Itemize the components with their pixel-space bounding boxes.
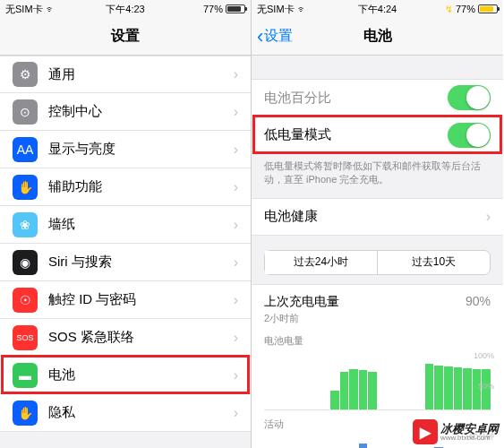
row-icon: ⊙	[13, 99, 38, 125]
settings-row[interactable]: ✋辅助功能›	[0, 168, 251, 206]
watermark: ▶ 冰樱安卓网 www.btxtxt.com	[413, 419, 499, 444]
chevron-right-icon: ›	[234, 367, 238, 383]
nav-bar: 设置	[0, 18, 251, 56]
row-label: 墙纸	[48, 216, 234, 233]
row-label: SOS 紧急联络	[48, 329, 234, 346]
settings-row[interactable]: ▬电池›	[0, 357, 251, 394]
row-icon: ❀	[13, 212, 38, 237]
row-icon: ▬	[13, 363, 38, 388]
chevron-right-icon: ›	[234, 254, 238, 271]
status-bar: 无SIM卡 ᯤ 下午4:23 77%	[0, 0, 251, 18]
settings-row[interactable]: SOSSOS 紧急联络›	[0, 319, 251, 357]
status-time: 下午4:24	[358, 3, 397, 16]
settings-row[interactable]: ⊙控制中心›	[0, 93, 251, 131]
row-label: 控制中心	[48, 103, 234, 120]
chevron-right-icon: ›	[234, 405, 238, 421]
status-bar: 无SIM卡 ᯤ 下午4:24 ↯ 77%	[252, 0, 503, 18]
settings-row[interactable]: ◉Siri 与搜索›	[0, 244, 251, 281]
chevron-right-icon: ›	[234, 66, 238, 82]
row-icon: ◉	[13, 250, 38, 275]
low-power-description: 低电量模式将暂时降低如下载和邮件获取等后台活动，直至 iPhone 完全充电。	[252, 154, 503, 198]
row-label: 显示与亮度	[48, 141, 234, 158]
battery-health-row[interactable]: 电池健康 ›	[252, 198, 503, 236]
row-icon: ✋	[13, 175, 38, 200]
settings-row[interactable]: AA显示与亮度›	[0, 131, 251, 168]
seg-10d[interactable]: 过去10天	[378, 251, 490, 274]
last-charge-sub: 2小时前	[264, 312, 491, 325]
low-power-toggle[interactable]	[448, 123, 491, 148]
watermark-logo-icon: ▶	[413, 419, 438, 444]
row-label: 电池	[48, 366, 234, 383]
row-label: 触控 ID 与密码	[48, 291, 234, 308]
low-power-mode-row[interactable]: 低电量模式	[252, 116, 503, 154]
row-icon: SOS	[13, 325, 38, 350]
time-range-segment[interactable]: 过去24小时 过去10天	[264, 250, 491, 275]
chevron-right-icon: ›	[234, 104, 238, 120]
wifi-icon: ᯤ	[297, 4, 307, 14]
low-power-icon: ↯	[445, 4, 453, 15]
battery-pct-toggle[interactable]	[448, 85, 491, 110]
page-title: 电池	[363, 27, 392, 46]
battery-icon	[226, 4, 245, 13]
row-label: Siri 与搜索	[48, 254, 234, 271]
wifi-icon: ᯤ	[46, 4, 56, 14]
status-time: 下午4:23	[106, 3, 144, 16]
settings-list[interactable]: ⚙通用›⊙控制中心›AA显示与亮度›✋辅助功能›❀墙纸›◉Siri 与搜索›☉触…	[0, 56, 251, 448]
row-icon: ☉	[13, 288, 38, 313]
last-charge-title: 上次充电电量	[264, 294, 491, 310]
chevron-right-icon: ›	[234, 292, 238, 308]
seg-24h[interactable]: 过去24小时	[265, 251, 378, 274]
row-icon: AA	[13, 137, 38, 162]
settings-row[interactable]: ☉触控 ID 与密码›	[0, 281, 251, 319]
chevron-right-icon: ›	[234, 330, 238, 346]
row-icon: ⚙	[13, 62, 38, 87]
settings-row[interactable]: ✋隐私›	[0, 394, 251, 432]
back-button[interactable]: ‹ 设置	[257, 27, 293, 47]
chevron-right-icon: ›	[234, 142, 238, 158]
battery-screen: 无SIM卡 ᯤ 下午4:24 ↯ 77% ‹ 设置 电池 电池百分比 低电量模式…	[252, 0, 503, 448]
chevron-right-icon: ›	[234, 179, 238, 195]
row-label: 通用	[48, 66, 234, 83]
settings-row[interactable]: ❀墙纸›	[0, 206, 251, 244]
battery-percentage-row[interactable]: 电池百分比	[252, 79, 503, 116]
last-charge-value: 90%	[466, 294, 491, 308]
row-label: 隐私	[48, 404, 234, 421]
chevron-right-icon: ›	[234, 217, 238, 233]
page-title: 设置	[111, 27, 140, 46]
nav-bar: ‹ 设置 电池	[252, 18, 503, 56]
row-label: 辅助功能	[48, 178, 234, 195]
level-bars: 100% 50%	[264, 355, 491, 410]
settings-row[interactable]: ⚙通用›	[0, 56, 251, 93]
row-icon: ✋	[13, 401, 38, 426]
chevron-left-icon: ‹	[257, 27, 263, 47]
chevron-right-icon: ›	[486, 209, 491, 225]
battery-icon	[478, 4, 498, 13]
settings-screen: 无SIM卡 ᯤ 下午4:23 77% 设置 ⚙通用›⊙控制中心›AA显示与亮度›…	[0, 0, 252, 448]
